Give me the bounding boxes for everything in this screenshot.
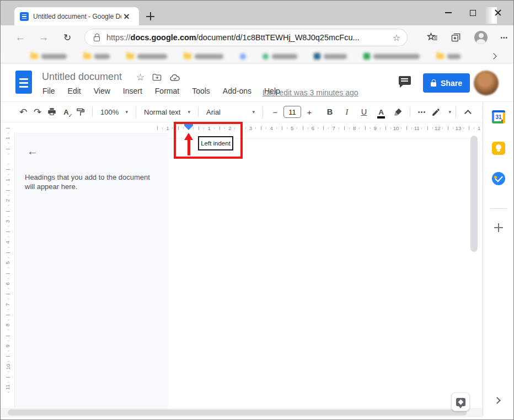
maximize-button[interactable] bbox=[461, 5, 485, 20]
bookmark-item-blurred[interactable] bbox=[263, 53, 297, 60]
bookmark-item-blurred[interactable] bbox=[314, 53, 347, 60]
increase-font-size-button[interactable]: + bbox=[304, 106, 315, 118]
ruler-tick-cell: 5 bbox=[282, 123, 303, 133]
tab-close-icon[interactable] bbox=[122, 12, 131, 21]
docs-menubar: FileEditViewInsertFormatToolsAdd-onsHelp bbox=[42, 87, 280, 95]
address-bar[interactable]: https://docs.google.com/document/d/1c8Bt… bbox=[84, 29, 408, 46]
document-title[interactable]: Untitled document bbox=[42, 71, 122, 83]
google-keep-icon[interactable] bbox=[492, 142, 505, 155]
share-label: Share bbox=[441, 79, 462, 88]
menu-item[interactable]: File bbox=[42, 87, 55, 95]
share-button[interactable]: Share bbox=[423, 73, 470, 93]
document-status-cloud-icon[interactable] bbox=[169, 72, 180, 83]
bookmark-folder-blurred[interactable] bbox=[436, 53, 461, 59]
menu-item[interactable]: Edit bbox=[68, 87, 81, 95]
add-addon-button[interactable] bbox=[493, 222, 504, 233]
account-avatar[interactable] bbox=[474, 71, 499, 95]
toolbar-separator bbox=[198, 106, 199, 117]
ruler-tick-cell: 7 bbox=[1, 294, 15, 315]
italic-button[interactable]: I bbox=[340, 105, 354, 119]
paint-format-button[interactable] bbox=[73, 105, 88, 119]
explore-button[interactable] bbox=[451, 392, 470, 411]
google-calendar-icon[interactable]: 31 bbox=[492, 110, 505, 123]
plus-icon bbox=[144, 10, 157, 23]
spellcheck-button[interactable]: A ✓ bbox=[59, 105, 73, 119]
more-options-button[interactable]: ••• bbox=[415, 105, 429, 119]
bookmark-folder-blurred[interactable] bbox=[184, 53, 223, 59]
refresh-icon[interactable]: ↻ bbox=[60, 25, 75, 50]
undo-button[interactable]: ↶ bbox=[16, 105, 30, 119]
title-actions: ☆ bbox=[136, 72, 180, 83]
collapse-toolbar-button[interactable] bbox=[461, 105, 475, 119]
url-protocol: https:// bbox=[106, 33, 131, 42]
star-document-icon[interactable]: ☆ bbox=[136, 72, 144, 83]
text-color-button[interactable]: A bbox=[374, 105, 388, 119]
font-family-dropdown[interactable]: Arial ▾ bbox=[203, 108, 258, 116]
bookmarks-bar bbox=[1, 50, 513, 63]
bookmark-item-blurred[interactable] bbox=[363, 53, 420, 60]
url-path: /document/d/1c8BttTEWHj_W8J0q25mcFcu... bbox=[196, 33, 360, 42]
redo-button[interactable]: ↷ bbox=[30, 105, 45, 119]
ruler-tick-cell: 1 bbox=[469, 123, 480, 133]
site-favicon bbox=[263, 53, 269, 60]
toolbar-separator bbox=[263, 106, 263, 117]
new-tab-button[interactable] bbox=[144, 10, 157, 23]
open-comments-button[interactable] bbox=[399, 76, 412, 89]
menu-item[interactable]: View bbox=[94, 87, 110, 95]
font-size-input[interactable] bbox=[283, 106, 301, 118]
minimize-icon bbox=[445, 12, 452, 13]
collections-icon[interactable] bbox=[451, 32, 462, 43]
left-indent-tooltip: Left indent bbox=[198, 136, 233, 150]
move-to-folder-icon[interactable] bbox=[152, 72, 162, 83]
dropdown-caret-icon: ▾ bbox=[252, 109, 255, 115]
editing-mode-dropdown[interactable]: ▾ bbox=[431, 107, 451, 117]
google-docs-logo-icon[interactable] bbox=[15, 71, 32, 94]
horizontal-scrollbar[interactable] bbox=[8, 410, 467, 416]
zoom-dropdown[interactable]: 100% ▾ bbox=[97, 108, 131, 116]
bold-button[interactable]: B bbox=[323, 105, 337, 119]
expand-side-panel-chevron-icon[interactable] bbox=[494, 397, 501, 404]
print-button[interactable] bbox=[45, 105, 59, 119]
back-icon[interactable]: ← bbox=[13, 25, 28, 50]
decrease-font-size-button[interactable]: − bbox=[270, 106, 281, 118]
ruler-tick-cell: 8 bbox=[1, 315, 15, 336]
close-button[interactable] bbox=[485, 5, 510, 20]
font-size-control: − + bbox=[270, 106, 315, 118]
folder-icon bbox=[126, 53, 134, 59]
close-outline-arrow-icon[interactable]: ← bbox=[27, 145, 38, 158]
vertical-ruler-numbers: 11234567891011 bbox=[1, 128, 15, 406]
add-favorite-star-icon[interactable]: ☆ bbox=[393, 33, 400, 43]
folder-icon bbox=[184, 53, 191, 59]
bookmarks-overflow-chevron-icon[interactable] bbox=[490, 53, 496, 59]
bookmark-folder-blurred[interactable] bbox=[83, 53, 110, 59]
google-tasks-icon[interactable] bbox=[492, 172, 505, 185]
last-edit-link[interactable]: Last edit was 3 minutes ago bbox=[263, 88, 358, 97]
share-lock-icon bbox=[431, 82, 436, 87]
ruler-tick-cell: 9 bbox=[1, 336, 15, 357]
menu-item[interactable]: Insert bbox=[123, 87, 142, 95]
underline-button[interactable]: U bbox=[357, 105, 371, 119]
window-controls bbox=[436, 5, 510, 20]
menu-item[interactable]: Add-ons bbox=[223, 87, 251, 95]
document-page[interactable] bbox=[168, 133, 483, 408]
browser-profile-icon[interactable] bbox=[474, 31, 488, 44]
highlight-color-button[interactable] bbox=[391, 105, 405, 119]
paragraph-style-dropdown[interactable]: Normal text ▾ bbox=[141, 108, 194, 116]
ruler-tick-cell: 4 bbox=[261, 123, 282, 133]
menu-item[interactable]: Format bbox=[155, 87, 179, 95]
ruler-tick-cell: 5 bbox=[1, 252, 15, 273]
navbar-right-icons: ••• bbox=[427, 25, 508, 50]
menu-item[interactable]: Tools bbox=[192, 87, 210, 95]
bookmark-item-blurred[interactable] bbox=[240, 53, 246, 60]
forward-icon[interactable]: → bbox=[36, 25, 51, 50]
bookmark-folder-blurred[interactable] bbox=[30, 53, 67, 59]
ruler-tick-cell: 3 bbox=[1, 211, 15, 232]
favorites-icon[interactable] bbox=[427, 32, 438, 43]
browser-menu-icon[interactable]: ••• bbox=[500, 35, 508, 41]
close-icon bbox=[494, 9, 502, 17]
minimize-button[interactable] bbox=[436, 5, 461, 20]
browser-tab[interactable]: Untitled document - Google Doc bbox=[14, 7, 139, 25]
bookmark-folder-blurred[interactable] bbox=[126, 53, 167, 59]
vertical-scrollbar[interactable] bbox=[470, 136, 478, 252]
site-favicon bbox=[314, 53, 320, 60]
